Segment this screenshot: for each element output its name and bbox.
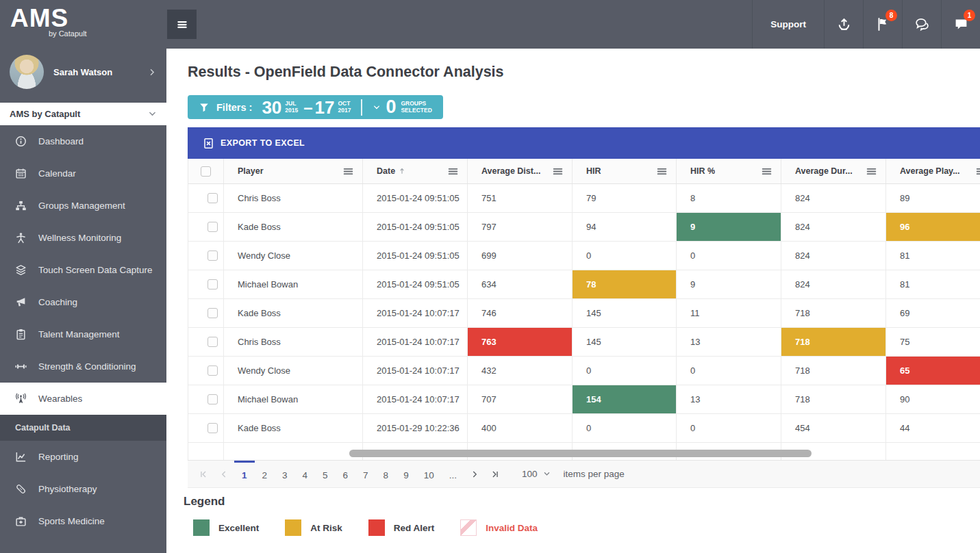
sidebar-item[interactable]: Reporting [0,441,166,473]
page-number[interactable]: 2 [255,461,275,487]
topbar-icon-button[interactable]: 1 [941,0,980,49]
user-profile[interactable]: Sarah Watson [0,43,166,100]
sidebar-item[interactable]: Touch Screen Data Capture [0,254,166,286]
table-row: Chris Boss2015-01-24 09:51:0575179882489 [188,184,980,213]
column-header[interactable]: Average Dur... [781,159,885,183]
topbar-icon-button[interactable]: 8 [863,0,902,49]
horizontal-scrollbar[interactable] [349,450,812,457]
sidebar-item-label: Touch Screen Data Capture [38,265,153,275]
sidebar-item-label: Catapult Data [15,423,71,433]
page-number[interactable]: ... [442,461,464,487]
table-cell: 824 [781,184,885,212]
column-header[interactable]: HIR % [676,159,781,183]
table-cell: Wendy Close [223,357,362,385]
table-cell: Michael Bowan [223,385,362,413]
filters-bar[interactable]: Filters : 30 JUL 2015 – 17 OCT 2017 0 GR… [188,95,443,119]
page-number[interactable]: 6 [336,461,356,487]
column-menu-icon[interactable] [342,166,354,177]
chats-icon [915,17,929,31]
sidebar-item[interactable]: Wearables [0,383,166,415]
row-checkbox[interactable] [208,193,218,203]
row-checkbox[interactable] [208,394,218,404]
page-number[interactable]: 7 [355,461,376,487]
row-checkbox[interactable] [208,222,218,232]
hamburger-menu-button[interactable] [167,10,197,39]
select-all-checkbox[interactable] [201,166,211,177]
page-number[interactable]: 1 [234,461,255,487]
table-body: Chris Boss2015-01-24 09:51:0575179882489… [188,184,980,460]
sidebar-item[interactable]: Strength & Conditioning [0,350,166,383]
org-selector[interactable]: AMS by Catapult [0,103,166,125]
legend-item: At Risk [285,519,342,536]
column-header[interactable]: Average Dist... [467,159,572,183]
column-header[interactable]: Player [223,159,362,183]
support-link[interactable]: Support [752,0,824,49]
antenna-icon [15,393,27,404]
header-checkbox-cell [188,159,223,183]
avatar[interactable] [10,55,44,89]
table-cell: 0 [572,242,676,270]
column-header[interactable]: HIR [572,159,676,183]
row-checkbox[interactable] [208,250,218,261]
column-menu-icon[interactable] [975,166,980,177]
sidebar-item[interactable]: Calendar [0,157,166,190]
checkbox-cell [188,328,223,356]
sidebar-item[interactable]: Talent Management [0,318,166,350]
sidebar-item[interactable]: Sports Medicine [0,505,166,537]
last-page-button[interactable] [485,461,505,487]
page-number[interactable]: 3 [275,461,295,487]
sidebar-item-label: Talent Management [38,329,120,339]
dumbbell-icon [15,361,27,372]
table-cell: 9 [676,213,781,241]
chevron-right-icon[interactable] [148,68,157,77]
page-number[interactable]: 10 [416,461,442,487]
row-checkbox[interactable] [208,308,218,318]
sidebar-item[interactable]: Groups Management [0,190,166,222]
column-header[interactable]: Average Play... [885,159,980,183]
next-page-button[interactable] [464,461,485,487]
table-cell: 0 [676,414,781,442]
page-number[interactable]: 9 [396,461,416,487]
previous-page-button[interactable] [214,461,234,487]
page-number[interactable]: 4 [295,461,316,487]
table-cell: 81 [885,270,980,298]
sidebar-item[interactable]: Coaching [0,286,166,318]
column-menu-icon[interactable] [552,166,564,177]
dashboard-icon [15,136,27,147]
row-checkbox[interactable] [208,423,218,433]
column-menu-icon[interactable] [447,166,459,177]
sidebar-item-label: Calendar [38,168,76,179]
sidebar-item[interactable]: Physiotherapy [0,473,166,505]
page-size-select[interactable]: 100 [522,469,551,479]
table-cell: 79 [572,184,676,212]
row-checkbox[interactable] [208,337,218,347]
logo-title: AMS [10,5,166,31]
first-page-button[interactable] [193,461,214,487]
export-to-excel-button[interactable]: EXPORT TO EXCEL [188,127,980,159]
main-content: Results - OpenField Data Connector Analy… [166,49,980,553]
column-menu-icon[interactable] [761,166,772,177]
topbar-icon-button[interactable] [902,0,941,49]
column-menu-icon[interactable] [866,166,877,177]
page-number[interactable]: 5 [315,461,336,487]
groups-count: 0 [386,98,396,116]
row-checkbox[interactable] [208,279,218,290]
sidebar-item[interactable]: Catapult Data [0,415,166,441]
page-number[interactable]: 8 [376,461,397,487]
column-header[interactable]: Date [362,159,467,183]
legend-swatch [368,519,385,536]
sidebar-item[interactable]: Dashboard [0,125,166,157]
legend-item: Excellent [193,519,259,536]
date-range-dash: – [303,98,312,117]
topbar-icon-button[interactable] [824,0,863,49]
table-cell: Wendy Close [223,242,362,270]
table-cell: 718 [781,328,885,356]
chevron-down-icon [373,103,381,112]
sidebar-item[interactable]: Wellness Monitoring [0,222,166,254]
column-menu-icon[interactable] [656,166,668,177]
filter-divider [361,99,362,116]
excel-file-icon [203,138,214,149]
checkbox-cell [188,443,223,460]
layers-icon [15,264,27,276]
row-checkbox[interactable] [208,365,218,376]
